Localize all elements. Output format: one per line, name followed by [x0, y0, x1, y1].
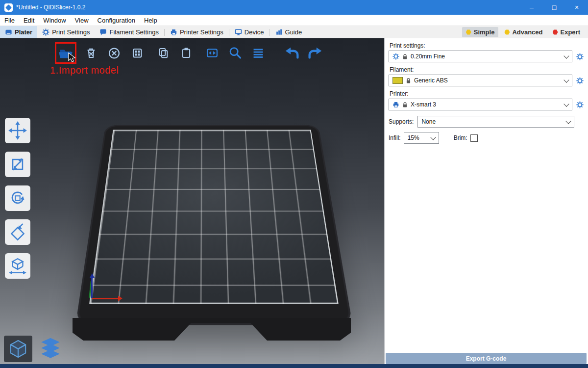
mode-simple[interactable]: Simple: [462, 27, 499, 37]
tab-separator: [164, 29, 165, 36]
split-objects-button[interactable]: [203, 44, 221, 62]
delete-button[interactable]: [82, 44, 100, 62]
printer-icon: [170, 28, 177, 36]
3d-editor-view-button[interactable]: [4, 336, 32, 362]
supports-value: None: [421, 118, 436, 125]
menubar: File Edit Window View Configuration Help: [0, 15, 588, 26]
viewport-3d[interactable]: 1.Import model: [0, 38, 385, 364]
printer-row: X-smart 3: [389, 99, 584, 110]
copy-icon: [155, 45, 172, 61]
supports-row: Supports: None: [389, 116, 584, 128]
chevron-down-icon: [564, 77, 569, 82]
redo-button[interactable]: [306, 44, 324, 62]
simple-mode-icon: [466, 29, 471, 35]
gear-icon: [42, 28, 49, 36]
tab-filament-settings[interactable]: Filament Settings: [95, 26, 163, 39]
close-button[interactable]: ×: [565, 0, 588, 15]
infill-combo[interactable]: 15%: [404, 132, 439, 144]
mode-expert[interactable]: Expert: [549, 27, 584, 37]
copy-button[interactable]: [154, 44, 172, 62]
mouse-cursor-icon: [67, 52, 77, 63]
lock-icon: [406, 78, 411, 84]
chevron-down-icon: [564, 101, 569, 106]
scale-tool-button[interactable]: [5, 152, 30, 177]
paste-button[interactable]: [177, 44, 196, 62]
import-model-callout: 1.Import model: [50, 65, 119, 76]
delete-all-button[interactable]: [105, 44, 123, 62]
maximize-button[interactable]: □: [543, 0, 565, 15]
lock-icon: [402, 53, 408, 60]
place-on-face-tool-button[interactable]: [5, 219, 30, 245]
arrange-icon: [129, 45, 146, 61]
chevron-down-icon: [565, 118, 571, 124]
tab-separator: [229, 29, 229, 36]
print-settings-label: Print settings:: [390, 42, 584, 49]
print-settings-row: 0.20mm Fine: [389, 51, 584, 62]
search-button[interactable]: [226, 44, 245, 62]
bottom-status-strip: [0, 364, 588, 368]
scale-icon: [7, 154, 28, 175]
infill-value: 15%: [408, 134, 419, 141]
undo-icon: [283, 45, 301, 61]
gear-icon: [576, 101, 584, 108]
axis-x-indicator: [92, 298, 119, 299]
infill-brim-row: Infill: 15% Brim:: [389, 132, 584, 144]
window-controls: – □ ×: [520, 0, 588, 15]
tabbar: Plater Print Settings Filament Settings …: [0, 26, 588, 38]
main-area: 1.Import model: [0, 38, 588, 364]
filament-combo[interactable]: Generic ABS: [389, 75, 572, 86]
expert-mode-icon: [553, 29, 558, 35]
place-on-face-icon: [7, 222, 28, 242]
tab-printer-settings[interactable]: Printer Settings: [165, 26, 228, 39]
tab-guide[interactable]: Guide: [270, 26, 307, 39]
split-objects-icon: [204, 45, 220, 61]
rotate-tool-button[interactable]: [5, 185, 30, 211]
edit-filament-button[interactable]: [575, 76, 584, 85]
redo-icon: [306, 45, 324, 61]
view-toggles: [4, 336, 64, 362]
move-icon: [7, 120, 28, 141]
menu-view[interactable]: View: [71, 15, 93, 26]
print-settings-combo[interactable]: 0.20mm Fine: [389, 51, 572, 62]
brim-label: Brim:: [454, 134, 467, 141]
measure-icon: [7, 256, 28, 276]
move-tool-button[interactable]: [5, 118, 30, 143]
menu-help[interactable]: Help: [140, 15, 162, 26]
tab-device[interactable]: Device: [230, 26, 269, 39]
export-gcode-button[interactable]: Export G-code: [386, 353, 587, 364]
filament-label: Filament:: [390, 66, 584, 73]
tab-plater[interactable]: Plater: [0, 26, 37, 39]
variable-layer-height-button[interactable]: [249, 44, 268, 62]
preview-layers-icon: [39, 337, 62, 361]
undo-button[interactable]: [283, 44, 301, 62]
mode-advanced[interactable]: Advanced: [500, 27, 546, 37]
minimize-button[interactable]: –: [520, 0, 543, 15]
paste-icon: [178, 45, 195, 61]
edit-print-settings-button[interactable]: [575, 52, 584, 61]
filament-icon: [99, 28, 107, 36]
menu-edit[interactable]: Edit: [19, 15, 39, 26]
tab-separator: [270, 29, 270, 36]
brim-checkbox[interactable]: [470, 134, 478, 142]
menu-file[interactable]: File: [0, 15, 19, 26]
edit-printer-button[interactable]: [575, 100, 584, 109]
chevron-down-icon: [564, 53, 569, 58]
delete-icon: [83, 45, 99, 61]
gear-icon: [392, 53, 399, 60]
menu-configuration[interactable]: Configuration: [93, 15, 140, 26]
titlebar: *Untitled - QIDISlicer-1.0.2 – □ ×: [0, 0, 588, 15]
plater-icon: [5, 28, 12, 36]
preview-view-button[interactable]: [37, 336, 64, 362]
axis-z-indicator: [91, 277, 93, 298]
supports-combo[interactable]: None: [417, 116, 574, 128]
arrange-button[interactable]: [128, 44, 147, 62]
guide-icon: [275, 28, 283, 36]
printer-combo[interactable]: X-smart 3: [389, 99, 572, 110]
3d-cube-icon: [6, 337, 30, 361]
measure-tool-button[interactable]: [5, 253, 30, 279]
tab-print-settings[interactable]: Print Settings: [37, 26, 95, 39]
import-model-button[interactable]: [55, 42, 76, 64]
app-logo-icon: [4, 3, 13, 12]
menu-window[interactable]: Window: [39, 15, 70, 26]
chevron-down-icon: [430, 134, 436, 140]
